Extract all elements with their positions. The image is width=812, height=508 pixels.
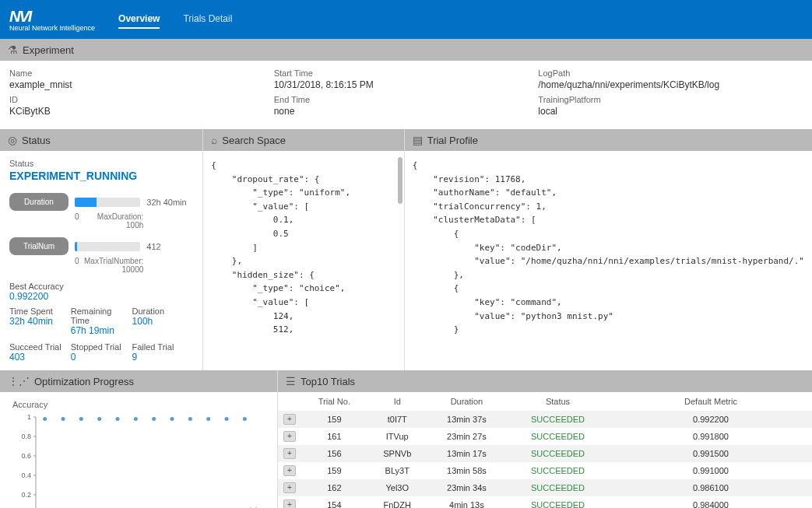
chart-y-label: Accuracy (12, 400, 265, 409)
tab-overview[interactable]: Overview (118, 10, 160, 29)
meta-name: example_mnist (9, 79, 274, 90)
svg-text:0.2: 0.2 (21, 491, 31, 499)
time-spent: 32h 40min (9, 316, 71, 327)
section-top10: ☰ Top10 Trials (278, 370, 812, 392)
col-id: Id (367, 392, 427, 411)
duration-bar (75, 198, 140, 207)
col-status: Status (506, 392, 610, 411)
col-duration: Duration (427, 392, 506, 411)
svg-point-23 (62, 417, 65, 421)
svg-text:0.8: 0.8 (21, 433, 31, 440)
expand-button[interactable]: + (283, 414, 296, 425)
cell-trial-no: 159 (301, 462, 367, 479)
table-row: +154FnDZH4min 13sSUCCEEDED0.984000 (278, 496, 812, 508)
optimization-chart: Accuracy 00.20.40.60.8115215415615715916… (0, 392, 277, 508)
meta-start: 10/31/2018, 8:16:15 PM (274, 79, 539, 90)
cell-metric: 0.991500 (610, 445, 812, 462)
cell-metric: 0.991000 (610, 462, 812, 479)
cell-trial-no: 156 (301, 445, 367, 462)
col-metric: Default Metric (610, 392, 812, 411)
flask-icon: ⚗ (8, 44, 18, 56)
cell-metric: 0.984000 (610, 496, 812, 508)
search-icon: ⌕ (211, 134, 217, 146)
time-spent-label: Time Spent (9, 307, 71, 316)
col-expand (278, 392, 301, 411)
cell-status: SUCCEEDED (506, 462, 610, 479)
duration-label: Duration (132, 307, 194, 316)
section-title: Trial Profile (427, 135, 478, 146)
cell-trial-no: 154 (301, 496, 367, 508)
best-acc: 0.992200 (9, 291, 193, 302)
cell-trial-no: 159 (301, 411, 367, 428)
section-title: Search Space (222, 135, 286, 146)
svg-text:1: 1 (27, 413, 31, 421)
section-search-space: ⌕ Search Space (203, 129, 403, 151)
expand-button[interactable]: + (283, 431, 296, 442)
logo-icon: NVI (9, 8, 30, 26)
cell-duration: 13min 17s (427, 445, 506, 462)
expand-button[interactable]: + (283, 499, 296, 508)
accuracy-chart: 00.20.40.60.8115215415615715916116016116… (12, 409, 262, 508)
svg-point-30 (188, 417, 192, 421)
meta-logpath: /home/quzha/nni/experiments/KCiBytKB/log (538, 79, 803, 90)
duration-text: 32h 40min (146, 198, 193, 207)
meta-id-label: ID (9, 95, 274, 104)
cell-trial-no: 162 (301, 479, 367, 496)
table-row: +161ITVup23min 27sSUCCEEDED0.991800 (278, 428, 812, 445)
meta-platform: local (538, 106, 803, 117)
expand-button[interactable]: + (283, 482, 296, 493)
remaining: 67h 19min (71, 325, 132, 336)
svg-point-25 (97, 417, 101, 421)
cell-id: BLy3T (367, 462, 427, 479)
status-label: Status (9, 159, 193, 168)
section-title: Optimization Progress (34, 376, 134, 387)
duration: 100h (132, 316, 194, 327)
trialnum-badge: TrialNum (9, 237, 69, 255)
trial-profile-content[interactable]: { "revision": 11768, "authorName": "defa… (405, 151, 812, 338)
cell-duration: 23min 27s (427, 428, 506, 445)
svg-point-29 (170, 417, 174, 421)
scrollbar[interactable] (398, 157, 402, 204)
status-value: EXPERIMENT_RUNNING (9, 170, 193, 182)
table-header-row: Trial No. Id Duration Status Default Met… (278, 392, 812, 411)
stopped: 0 (71, 352, 132, 363)
meta-name-label: Name (9, 68, 274, 78)
meta-end-label: End Time (274, 95, 539, 104)
logo: NVI Neural Network Intelligence (9, 8, 95, 32)
chart-icon: ⋮⋰ (8, 375, 30, 387)
cell-status: SUCCEEDED (506, 411, 610, 428)
meta-end: none (274, 106, 539, 117)
section-title: Top10 Trials (301, 376, 355, 387)
logo-text: Neural Network Intelligence (9, 24, 95, 32)
trialnum-max: MaxTrialNumber: 10000 (79, 257, 144, 274)
svg-point-27 (134, 417, 138, 421)
duration-badge: Duration (9, 193, 69, 211)
section-experiment: ⚗ Experiment (0, 39, 812, 61)
cell-duration: 13min 37s (427, 411, 506, 428)
cell-duration: 4min 13s (427, 496, 506, 508)
cell-status: SUCCEEDED (506, 428, 610, 445)
list-icon: ☰ (286, 375, 296, 387)
section-title: Experiment (23, 44, 74, 56)
svg-text:0.6: 0.6 (21, 452, 31, 460)
succeed: 403 (9, 352, 71, 363)
section-status: ◎ Status (0, 129, 202, 151)
remaining-label: Remaining Time (71, 307, 132, 325)
cell-status: SUCCEEDED (506, 479, 610, 496)
expand-button[interactable]: + (283, 448, 296, 459)
expand-button[interactable]: + (283, 465, 296, 476)
svg-point-31 (206, 417, 210, 421)
table-row: +159t0I7T13min 37sSUCCEEDED0.992200 (278, 411, 812, 428)
top10-table: Trial No. Id Duration Status Default Met… (278, 392, 812, 508)
tab-trials-detail[interactable]: Trials Detail (183, 10, 232, 29)
col-trial-no: Trial No. (301, 392, 367, 411)
meta-logpath-label: LogPath (538, 68, 803, 78)
cell-duration: 13min 58s (427, 462, 506, 479)
search-space-content[interactable]: { "dropout_rate": { "_type": "uniform", … (203, 151, 403, 338)
cell-id: Yel3O (367, 479, 427, 496)
table-row: +156SPNVb13min 17sSUCCEEDED0.991500 (278, 445, 812, 462)
cell-id: FnDZH (367, 496, 427, 508)
meta-start-label: Start Time (274, 68, 539, 78)
section-trial-profile: ▤ Trial Profile (405, 129, 812, 151)
target-icon: ◎ (8, 134, 17, 146)
